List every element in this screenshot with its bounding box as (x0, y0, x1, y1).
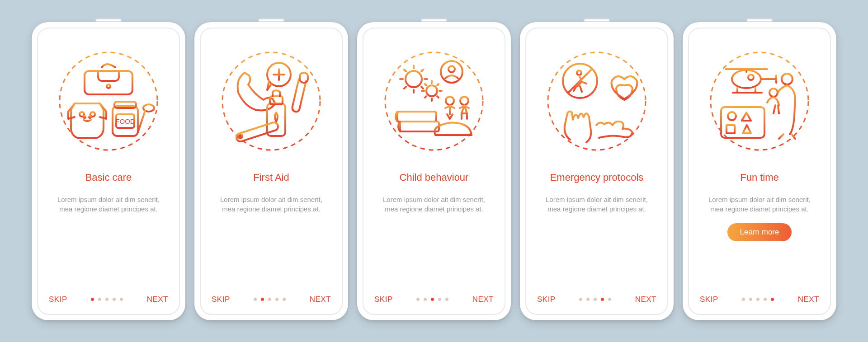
screen-desc: Lorem ipsum dolor ait dim senerit, mea r… (374, 195, 494, 215)
svg-point-21 (426, 85, 437, 96)
screen-title: Emergency protocols (550, 165, 644, 190)
page-dots (91, 298, 123, 301)
dot-1[interactable] (742, 298, 745, 301)
svg-point-6 (89, 116, 91, 118)
onboarding-screen-fun-time: Fun time Lorem ipsum dolor ait dim sener… (683, 22, 836, 320)
dot-5[interactable] (445, 298, 448, 301)
svg-point-33 (748, 75, 754, 80)
child-behaviour-icon (382, 49, 486, 153)
svg-rect-24 (397, 112, 436, 122)
nav-row: SKIP NEXT (212, 295, 331, 304)
svg-point-23 (448, 66, 455, 72)
dot-3[interactable] (594, 298, 597, 301)
dot-5[interactable] (120, 298, 123, 301)
skip-button[interactable]: SKIP (537, 295, 556, 304)
dot-4[interactable] (113, 298, 116, 301)
nav-row: SKIP NEXT (49, 295, 168, 304)
skip-button[interactable]: SKIP (212, 295, 230, 304)
svg-rect-17 (236, 121, 279, 142)
phone-speaker (584, 19, 610, 22)
phone-speaker (95, 19, 122, 22)
phone-inner: Child behaviour Lorem ipsum dolor ait di… (363, 28, 505, 315)
next-button[interactable]: NEXT (635, 295, 656, 304)
dot-4[interactable] (764, 298, 767, 301)
dot-3[interactable] (268, 298, 271, 301)
svg-point-26 (446, 97, 454, 105)
dot-1[interactable] (416, 298, 420, 301)
dot-5[interactable] (608, 298, 611, 301)
next-button[interactable]: NEXT (310, 295, 331, 304)
dot-1[interactable] (254, 298, 257, 301)
svg-rect-25 (400, 122, 439, 131)
dot-2[interactable] (424, 298, 427, 301)
skip-button[interactable]: SKIP (374, 295, 393, 304)
nav-row: SKIP NEXT (537, 295, 656, 304)
dot-2[interactable] (586, 298, 590, 301)
phone-speaker (258, 19, 284, 22)
dot-2[interactable] (261, 298, 264, 301)
dot-4[interactable] (438, 298, 441, 301)
dot-3[interactable] (756, 298, 760, 301)
dot-2[interactable] (749, 298, 752, 301)
next-button[interactable]: NEXT (472, 295, 494, 304)
screen-desc: Lorem ipsum dolor ait dim senerit, mea r… (700, 195, 819, 215)
emergency-protocols-icon (545, 49, 649, 153)
dot-5[interactable] (771, 298, 774, 301)
svg-rect-36 (726, 125, 735, 133)
basic-care-icon: FOOD (57, 49, 160, 153)
svg-point-35 (728, 112, 736, 120)
svg-rect-1 (85, 71, 132, 94)
dot-3[interactable] (431, 298, 434, 301)
screen-title: Fun time (740, 165, 779, 190)
onboarding-screen-basic-care: FOOD Basic care Lorem ipsum dolor ait di… (32, 22, 185, 320)
screen-desc: Lorem ipsum dolor ait dim senerit, mea r… (49, 195, 168, 215)
svg-point-37 (782, 74, 793, 84)
next-button[interactable]: NEXT (798, 295, 819, 304)
svg-point-5 (84, 116, 85, 118)
nav-row: SKIP NEXT (374, 295, 494, 304)
page-dots (254, 298, 286, 301)
page-dots (579, 298, 611, 301)
screen-title: Basic care (85, 165, 132, 190)
screen-desc: Lorem ipsum dolor ait dim senerit, mea r… (537, 195, 656, 215)
svg-point-38 (769, 89, 778, 97)
dot-2[interactable] (98, 298, 101, 301)
phone-speaker (421, 19, 447, 22)
svg-point-18 (238, 134, 242, 138)
screen-desc: Lorem ipsum dolor ait dim senerit, mea r… (212, 195, 331, 215)
page-dots (416, 298, 448, 301)
learn-more-button[interactable]: Learn more (727, 223, 792, 241)
dot-4[interactable] (601, 298, 604, 301)
svg-point-20 (406, 71, 422, 87)
skip-button[interactable]: SKIP (700, 295, 718, 304)
nav-row: SKIP NEXT (700, 295, 819, 304)
page-dots (742, 298, 774, 301)
dot-3[interactable] (105, 298, 108, 301)
onboarding-screen-child-behaviour: Child behaviour Lorem ipsum dolor ait di… (357, 22, 511, 320)
phone-inner: FOOD Basic care Lorem ipsum dolor ait di… (37, 28, 180, 315)
dot-4[interactable] (275, 298, 278, 301)
svg-rect-16 (300, 73, 308, 83)
onboarding-screen-emergency-protocols: Emergency protocols Lorem ipsum dolor ai… (520, 22, 674, 320)
screen-title: First Aid (253, 165, 289, 190)
dot-5[interactable] (283, 298, 286, 301)
svg-point-27 (460, 97, 468, 105)
svg-point-2 (107, 84, 110, 88)
svg-point-30 (577, 70, 581, 75)
first-aid-icon (219, 49, 323, 153)
phone-speaker (746, 19, 773, 22)
phone-inner: Fun time Lorem ipsum dolor ait dim sener… (688, 28, 831, 315)
dot-1[interactable] (579, 298, 582, 301)
phone-inner: First Aid Lorem ipsum dolor ait dim sene… (200, 28, 343, 315)
skip-button[interactable]: SKIP (49, 295, 67, 304)
dot-1[interactable] (91, 298, 94, 301)
onboarding-screen-first-aid: First Aid Lorem ipsum dolor ait dim sene… (194, 22, 348, 320)
svg-text:FOOD: FOOD (115, 117, 135, 125)
screen-title: Child behaviour (400, 165, 469, 190)
fun-time-icon (708, 49, 811, 153)
phone-inner: Emergency protocols Lorem ipsum dolor ai… (525, 28, 668, 315)
next-button[interactable]: NEXT (147, 295, 168, 304)
